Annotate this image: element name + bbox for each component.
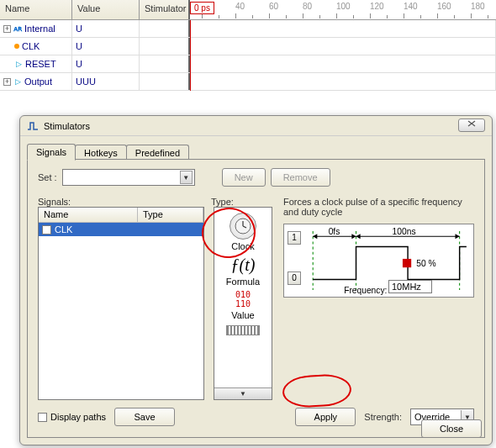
custom-waveform-icon [226,325,260,335]
logic-high-button[interactable]: 1 [288,231,301,245]
type-item-clock[interactable]: Clock [230,213,256,251]
new-button[interactable]: New [222,168,266,187]
ruler-tick: 180 [471,2,485,11]
period-label: 100ns [393,228,416,236]
signal-stimulator[interactable] [140,73,190,90]
col-header-stimulator[interactable]: Stimulator [140,0,190,19]
signal-value: U [72,38,140,55]
list-item-name: CLK [55,224,72,235]
dot-icon [14,44,19,49]
signals-listview[interactable]: Name Type CLK [38,207,204,400]
signal-name: RESET [25,59,56,69]
display-paths-label: Display paths [50,412,106,422]
apply-button[interactable]: Apply [295,408,356,426]
frequency-input[interactable] [388,280,432,293]
signal-stimulator[interactable] [140,20,190,37]
bus-icon: ᴀʀ [13,24,22,33]
ruler-tick: 40 [235,2,245,11]
signal-waveform[interactable] [190,20,496,37]
ruler-tick: 60 [269,2,278,11]
ruler-tick: 120 [370,2,384,11]
formula-icon: ƒ(t) [230,255,256,275]
svg-rect-10 [403,259,411,267]
waveform-icon [27,120,39,132]
signal-waveform[interactable] [190,73,496,90]
signals-label: Signals: [38,197,204,207]
dialog-body: Signals Hotkeys Predefined Set : ▼ New R… [27,141,485,438]
dialog-titlebar[interactable]: Stimulators [20,116,492,136]
svg-marker-5 [313,234,317,239]
type-list[interactable]: Clock ƒ(t) Formula 010110 Value [214,207,272,400]
save-button[interactable]: Save [114,408,175,426]
signal-value: U [72,20,140,37]
type-label-value: Value [231,310,254,320]
duty-label: 50 % [416,259,435,268]
cursor-line[interactable] [190,20,191,91]
type-label-formula: Formula [226,277,260,287]
chevron-down-icon: ▼ [180,171,193,184]
expand-toggle[interactable]: + [3,78,11,86]
signal-row[interactable]: +▷OutputUUU [0,73,496,91]
checkbox-icon[interactable] [42,225,51,235]
checkbox-icon [38,413,47,422]
type-item-formula[interactable]: ƒ(t) Formula [226,255,260,287]
waveform-headers: Name Value Stimulator 0 ps 2040608010012… [0,0,496,20]
signal-name: CLK [22,41,40,51]
set-label: Set : [38,172,57,182]
signal-row[interactable]: CLKU [0,38,496,55]
ruler-tick: 140 [404,2,418,11]
svg-marker-8 [356,234,361,239]
signal-row[interactable]: ▷RESETU [0,55,496,73]
type-label: Type: [211,197,234,207]
time-ruler[interactable]: 0 ps 20406080100120140160180 [190,0,496,19]
svg-marker-9 [456,234,460,239]
signal-name: Output [24,76,52,87]
close-button[interactable]: Close [421,419,482,438]
col-header-name[interactable]: Name [0,0,72,19]
type-scroll-down[interactable]: ▼ [214,387,272,399]
svg-marker-6 [351,234,356,239]
port-icon: ▷ [14,60,23,68]
clock-icon [230,213,256,240]
signal-stimulator[interactable] [140,55,190,72]
strength-label: Strength: [364,412,402,422]
set-combo[interactable]: ▼ [62,169,195,186]
type-description: Forces a clock pulse of a specific frequ… [283,197,474,217]
t0-label: 0fs [329,228,340,236]
list-item[interactable]: CLK [39,223,203,236]
type-item-value[interactable]: 010110 Value [230,290,256,320]
stimulators-dialog: Stimulators Signals Hotkeys Predefined S… [19,115,493,445]
signal-name: Internal [24,24,55,34]
list-header-name[interactable]: Name [39,208,138,222]
signal-waveform[interactable] [190,55,496,72]
logic-low-button[interactable]: 0 [288,271,301,285]
expand-toggle[interactable]: + [3,25,11,33]
display-paths-checkbox[interactable]: Display paths [38,412,106,422]
tab-panel-signals: Set : ▼ New Remove Signals: Name Type [27,159,485,438]
tabstrip: Signals Hotkeys Predefined [27,141,485,160]
type-item-custom[interactable] [226,325,260,335]
port-icon: ▷ [13,77,22,86]
clock-diagram: 1 0 0fs [283,224,474,298]
ruler-tick: 160 [437,2,451,11]
dialog-close-button[interactable] [458,119,485,132]
type-label-clock: Clock [231,241,255,251]
col-header-value[interactable]: Value [72,0,140,19]
signal-row[interactable]: +ᴀʀInternalU [0,20,496,38]
list-header-type[interactable]: Type [138,208,203,222]
cursor-flag[interactable]: 0 ps [190,2,214,14]
value-icon: 010110 [230,290,256,308]
ruler-tick: 100 [336,2,351,11]
signal-value: U [72,55,140,72]
signal-waveform[interactable] [190,38,496,55]
dialog-title: Stimulators [44,121,90,131]
ruler-tick: 80 [303,2,312,11]
frequency-label: Frequency: [344,286,387,295]
waveform-panel: Name Value Stimulator 0 ps 2040608010012… [0,0,496,91]
remove-button[interactable]: Remove [271,168,330,187]
tab-signals[interactable]: Signals [27,144,76,161]
signal-value: UUU [72,73,140,90]
signal-stimulator[interactable] [140,38,190,55]
